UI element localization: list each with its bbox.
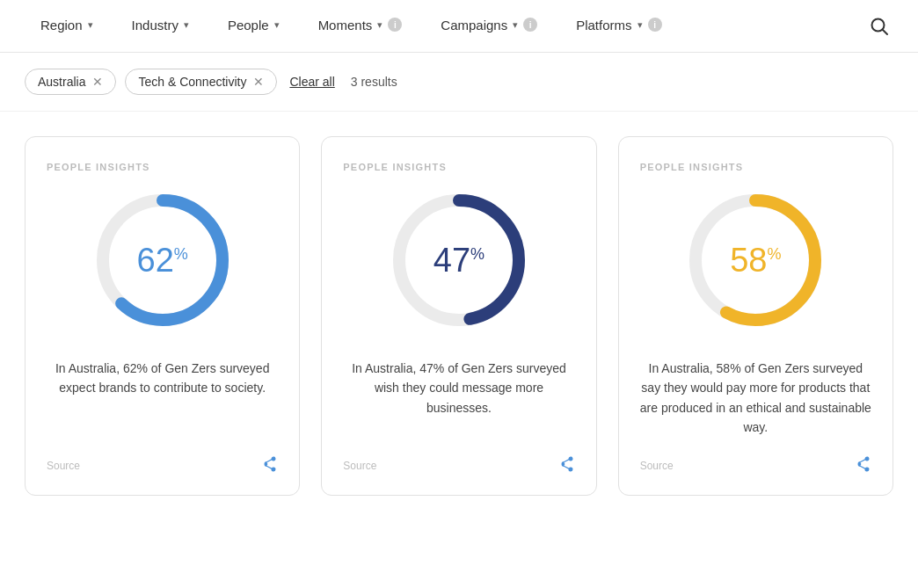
donut-percent: 58% — [730, 243, 781, 277]
nav-campaigns-label: Campaigns — [441, 18, 507, 33]
nav-industry-label: Industry — [132, 18, 178, 33]
chevron-down-icon: ▾ — [638, 19, 643, 31]
share-icon[interactable] — [260, 455, 278, 477]
svg-line-1 — [883, 29, 888, 34]
donut-chart: 47% — [389, 190, 529, 330]
card-0: PEOPLE INSIGHTS 62% In Australia, 62% of… — [25, 136, 300, 496]
card-section-label: PEOPLE INSIGHTS — [343, 162, 447, 172]
search-icon — [870, 17, 889, 36]
info-icon: i — [388, 18, 402, 32]
cards-area: PEOPLE INSIGHTS 62% In Australia, 62% of… — [0, 112, 918, 520]
info-icon: i — [648, 18, 662, 32]
source-label: Source — [47, 460, 80, 472]
card-footer: Source — [47, 455, 278, 477]
card-footer: Source — [640, 455, 871, 477]
filter-chip-australia[interactable]: Australia ✕ — [25, 69, 116, 95]
results-count: 3 results — [351, 75, 397, 89]
donut-chart: 58% — [685, 190, 826, 330]
card-1: PEOPLE INSIGHTS 47% In Australia, 47% of… — [321, 136, 596, 496]
chevron-down-icon: ▾ — [377, 19, 382, 31]
close-icon[interactable]: ✕ — [253, 76, 264, 88]
nav-industry[interactable]: Industry ▾ — [113, 0, 208, 52]
source-label: Source — [343, 460, 376, 472]
chevron-down-icon: ▾ — [513, 19, 518, 31]
filter-chip-tech[interactable]: Tech & Connectivity ✕ — [125, 69, 277, 95]
card-2: PEOPLE INSIGHTS 58% In Australia, 58% of… — [618, 136, 893, 496]
card-description: In Australia, 62% of Gen Zers surveyed e… — [47, 359, 278, 438]
share-icon[interactable] — [557, 455, 575, 477]
nav-moments[interactable]: Moments ▾ i — [299, 0, 422, 52]
filter-chip-tech-label: Tech & Connectivity — [138, 75, 246, 89]
nav-people[interactable]: People ▾ — [208, 0, 299, 52]
nav-region-label: Region — [40, 18, 83, 33]
card-section-label: PEOPLE INSIGHTS — [640, 162, 744, 172]
nav-region[interactable]: Region ▾ — [21, 0, 113, 52]
card-description: In Australia, 58% of Gen Zers surveyed s… — [640, 359, 871, 438]
card-section-label: PEOPLE INSIGHTS — [47, 162, 150, 172]
nav-bar: Region ▾ Industry ▾ People ▾ Moments ▾ i… — [0, 0, 918, 53]
source-label: Source — [640, 460, 674, 472]
nav-campaigns[interactable]: Campaigns ▾ i — [421, 0, 557, 52]
chevron-down-icon: ▾ — [274, 19, 280, 31]
nav-moments-label: Moments — [318, 18, 373, 33]
donut-percent: 47% — [434, 243, 484, 277]
filters-bar: Australia ✕ Tech & Connectivity ✕ Clear … — [0, 53, 918, 112]
nav-platforms-label: Platforms — [576, 18, 631, 33]
chevron-down-icon: ▾ — [88, 19, 93, 31]
filter-chip-australia-label: Australia — [38, 75, 85, 89]
nav-platforms[interactable]: Platforms ▾ i — [557, 0, 681, 52]
search-button[interactable] — [862, 9, 897, 44]
donut-percent: 62% — [137, 243, 188, 277]
card-footer: Source — [343, 455, 574, 477]
clear-all-button[interactable]: Clear all — [286, 69, 338, 94]
info-icon: i — [523, 18, 537, 32]
nav-people-label: People — [228, 18, 269, 33]
chevron-down-icon: ▾ — [184, 19, 189, 31]
close-icon[interactable]: ✕ — [92, 76, 103, 88]
card-description: In Australia, 47% of Gen Zers surveyed w… — [343, 359, 574, 438]
donut-chart: 62% — [92, 190, 233, 330]
share-icon[interactable] — [854, 455, 871, 477]
